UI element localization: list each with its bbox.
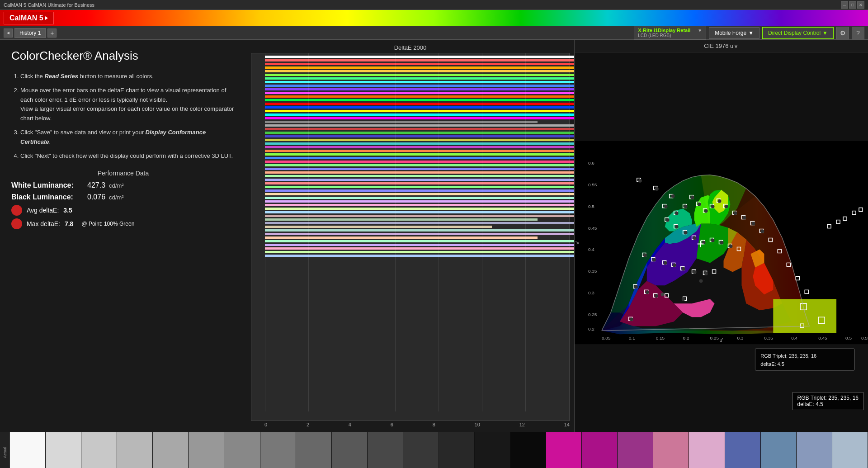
swatch-group[interactable]: 2B bbox=[546, 432, 582, 468]
deltae-bar[interactable] bbox=[265, 222, 583, 225]
swatch-group[interactable]: 2H bbox=[761, 432, 797, 468]
deltae-bar[interactable] bbox=[265, 243, 583, 246]
deltae-bar[interactable] bbox=[265, 91, 583, 95]
device-dropdown-icon: ▼ bbox=[698, 28, 702, 33]
swatch-group[interactable]: 2E bbox=[653, 432, 689, 468]
swatch-group[interactable]: 6K bbox=[153, 432, 189, 468]
tab-add-button[interactable]: + bbox=[47, 28, 57, 38]
deltae-bar[interactable] bbox=[265, 182, 583, 185]
swatch-group[interactable]: Black bbox=[510, 432, 546, 468]
swatch-group[interactable]: 2C bbox=[582, 432, 618, 468]
deltae-bar[interactable] bbox=[265, 153, 583, 156]
help-button[interactable]: ? bbox=[852, 27, 864, 39]
deltae-bar[interactable] bbox=[265, 106, 583, 109]
deltae-bar[interactable] bbox=[265, 102, 583, 105]
deltae-bar[interactable] bbox=[265, 55, 583, 58]
swatch-actual bbox=[46, 432, 81, 468]
swatch-group[interactable]: 2D bbox=[618, 432, 653, 468]
direct-display-button[interactable]: Direct Display Control ▼ bbox=[762, 27, 834, 39]
svg-text:0.55: 0.55 bbox=[588, 182, 597, 187]
deltae-bar[interactable] bbox=[265, 146, 583, 149]
deltae-bar[interactable] bbox=[265, 251, 583, 254]
settings-button[interactable]: ⚙ bbox=[836, 27, 849, 39]
deltae-bar[interactable] bbox=[265, 66, 583, 69]
deltae-bar[interactable] bbox=[265, 178, 583, 181]
deltae-bar[interactable] bbox=[265, 171, 583, 174]
deltae-bar[interactable] bbox=[265, 62, 583, 66]
deltae-bar[interactable] bbox=[265, 229, 583, 232]
deltae-bar[interactable] bbox=[265, 131, 583, 134]
swatch-group[interactable]: 2J bbox=[832, 432, 868, 468]
deltae-bar[interactable] bbox=[265, 236, 583, 239]
deltae-bar[interactable] bbox=[265, 95, 583, 98]
swatch-group[interactable]: 5F bbox=[81, 432, 117, 468]
deltae-bar[interactable] bbox=[265, 196, 583, 199]
deltae-bar[interactable] bbox=[265, 109, 583, 113]
deltae-bar[interactable] bbox=[265, 142, 583, 145]
swatch-group[interactable]: 2I bbox=[797, 432, 832, 468]
deltae-bar[interactable] bbox=[265, 247, 583, 250]
swatch-group[interactable]: White bbox=[10, 432, 46, 468]
deltae-bar[interactable] bbox=[265, 84, 583, 87]
deltae-bar[interactable] bbox=[265, 113, 583, 116]
deltae-bar[interactable] bbox=[265, 207, 583, 210]
deltae-bar[interactable] bbox=[265, 124, 583, 127]
actual-axis-label: Actual bbox=[3, 447, 7, 458]
deltae-bar[interactable] bbox=[265, 218, 583, 221]
deltae-bar[interactable] bbox=[265, 254, 583, 257]
deltae-bar[interactable] bbox=[265, 73, 583, 76]
deltae-bar[interactable] bbox=[265, 193, 583, 196]
deltae-bar[interactable] bbox=[265, 59, 583, 62]
deltae-bar[interactable] bbox=[265, 189, 583, 192]
deltae-bar[interactable] bbox=[265, 167, 583, 170]
device-selector[interactable]: X-Rite i1Display Retail ▼ LCD (LED RGB) bbox=[634, 26, 706, 40]
deltae-bar[interactable] bbox=[265, 77, 583, 80]
performance-title: Performance Data bbox=[11, 170, 235, 177]
swatch-group[interactable]: 2G bbox=[725, 432, 761, 468]
deltae-bar[interactable] bbox=[265, 160, 583, 163]
tab-prev-button[interactable]: ◄ bbox=[4, 28, 13, 38]
deltae-bar[interactable] bbox=[265, 149, 583, 152]
deltae-bar[interactable] bbox=[265, 99, 583, 102]
deltae-bar[interactable] bbox=[265, 88, 583, 91]
deltae-bar[interactable] bbox=[265, 117, 583, 120]
swatch-group[interactable]: 7K bbox=[296, 432, 332, 468]
swatch-group[interactable]: 5G bbox=[189, 432, 224, 468]
deltae-bar[interactable] bbox=[265, 185, 583, 189]
swatch-group[interactable]: 5J bbox=[475, 432, 510, 468]
swatch-group[interactable]: 6F bbox=[403, 432, 439, 468]
deltae-bar[interactable] bbox=[265, 70, 583, 73]
deltae-bar[interactable] bbox=[265, 225, 583, 228]
swatch-group[interactable]: 6G bbox=[332, 432, 368, 468]
deltae-bar[interactable] bbox=[265, 211, 583, 214]
tab-history1[interactable]: History 1 bbox=[14, 28, 46, 38]
swatch-group[interactable]: 8K bbox=[439, 432, 475, 468]
page-title: ColorChecker® Analysis bbox=[11, 49, 235, 63]
deltae-bar[interactable] bbox=[265, 80, 583, 84]
swatch-group[interactable]: 2F bbox=[689, 432, 725, 468]
deltae-bar[interactable] bbox=[265, 128, 583, 131]
close-button[interactable]: ✕ bbox=[857, 1, 864, 9]
deltae-bar[interactable] bbox=[265, 232, 583, 236]
swatch-group[interactable]: 6H bbox=[224, 432, 260, 468]
deltae-bar[interactable] bbox=[265, 135, 583, 138]
deltae-bar[interactable] bbox=[265, 164, 583, 167]
max-delta-at: @ Point: 100% Green bbox=[81, 221, 134, 227]
swatch-group[interactable]: 6I bbox=[117, 432, 153, 468]
deltae-bar[interactable] bbox=[265, 138, 583, 142]
deltae-bar[interactable] bbox=[265, 175, 583, 178]
deltae-bar[interactable] bbox=[265, 214, 583, 217]
deltae-bar[interactable] bbox=[265, 240, 583, 243]
calman-logo[interactable]: CalMAN 5 bbox=[4, 12, 54, 24]
deltae-bar[interactable] bbox=[265, 120, 583, 123]
deltae-bar[interactable] bbox=[265, 156, 583, 160]
deltae-bar[interactable] bbox=[265, 200, 583, 203]
swatch-group[interactable]: 5H bbox=[260, 432, 296, 468]
swatch-group[interactable]: 5I bbox=[368, 432, 403, 468]
mobile-forge-button[interactable]: Mobile Forge ▼ bbox=[709, 27, 760, 39]
deltae-bar[interactable] bbox=[265, 203, 583, 207]
svg-text:0.1: 0.1 bbox=[629, 336, 635, 340]
minimize-button[interactable]: ─ bbox=[841, 1, 848, 9]
swatch-group[interactable]: 6J bbox=[46, 432, 81, 468]
maximize-button[interactable]: □ bbox=[849, 1, 856, 9]
